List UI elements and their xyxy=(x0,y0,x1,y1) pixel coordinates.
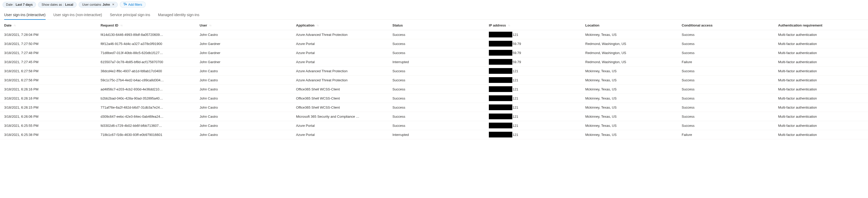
table-row[interactable]: 3/18/2021, 6:25:55 PMfd3302d6-c729-4b02-… xyxy=(0,121,868,130)
ip-redacted-block xyxy=(489,50,512,55)
ip-tail: 59.79 xyxy=(512,42,521,46)
table-row[interactable]: 3/18/2021, 7:27:48 PM71d8bed7-013f-40bb-… xyxy=(0,48,868,57)
filter-user-pill[interactable]: User contains John ✕ xyxy=(79,2,118,7)
tab-user-noninteractive[interactable]: User sign-ins (non-interactive) xyxy=(54,11,102,19)
ip-tail: 121 xyxy=(512,87,518,91)
tab-service-principal[interactable]: Service principal sign-ins xyxy=(110,11,150,19)
cell-application: Azure Advanced Threat Protection xyxy=(296,69,393,73)
close-icon[interactable]: ✕ xyxy=(112,3,114,6)
cell-conditional: Success xyxy=(682,115,778,118)
cell-requestid: 59c1c75c-27b4-4ed2-b4ac-c89ca8d304… xyxy=(101,78,199,82)
cell-date: 3/18/2021, 6:26:06 PM xyxy=(4,115,101,118)
column-header-user-label: User xyxy=(199,24,207,27)
table-row[interactable]: 3/18/2021, 6:26:16 PMad4856c7-e203-4cb2-… xyxy=(0,85,868,94)
column-header-conditional[interactable]: Conditional access xyxy=(682,24,778,27)
cell-requestid: 71d8bed7-013f-40bb-88c5-620db1f127… xyxy=(101,51,199,55)
cell-auth: Multi-factor authentication xyxy=(778,115,868,118)
cell-user: John Castro xyxy=(199,133,296,137)
cell-conditional: Success xyxy=(682,78,778,82)
table-row[interactable]: 3/18/2021, 6:26:06 PMd309c647-eebc-42e3-… xyxy=(0,112,868,121)
cell-user: John Gardner xyxy=(199,60,296,64)
cell-user: John Castro xyxy=(199,87,296,91)
cell-user: John Castro xyxy=(199,124,296,128)
cell-requestid: fd3302d6-c729-4b02-bb6f-bfbb713607… xyxy=(101,124,199,128)
cell-location: Redmond, Washington, US xyxy=(585,51,682,55)
cell-requestid: ad4856c7-e203-4cb2-930d-4e36dd210… xyxy=(101,87,199,91)
cell-ip: 121 xyxy=(489,86,585,92)
cell-user: John Castro xyxy=(199,69,296,73)
ip-tail: 59.79 xyxy=(512,51,521,55)
cell-conditional: Success xyxy=(682,51,778,55)
cell-user: John Castro xyxy=(199,115,296,118)
ip-redacted-block xyxy=(489,77,512,83)
cell-application: Azure Portal xyxy=(296,133,393,137)
cell-application: Azure Portal xyxy=(296,124,393,128)
table-row[interactable]: 3/18/2021, 7:27:45 PM615507a7-0c78-4b85-… xyxy=(0,57,868,67)
cell-status: Interrupted xyxy=(393,133,489,137)
column-header-requestid-label: Request ID xyxy=(101,24,118,27)
cell-conditional: Failure xyxy=(682,60,778,64)
ip-redacted-block xyxy=(489,68,512,74)
table-row[interactable]: 3/18/2021, 6:25:38 PM718b1c67-f16b-4630-… xyxy=(0,130,868,139)
column-header-location-label: Location xyxy=(585,24,599,27)
column-header-requestid[interactable]: Request ID ↑↓ xyxy=(101,24,199,27)
ip-tail: 121 xyxy=(512,133,518,137)
ip-redacted-block xyxy=(489,114,512,119)
cell-requestid: 615507a7-0c78-4b85-bf8d-acf175870700 xyxy=(101,60,199,64)
ip-redacted-block xyxy=(489,41,512,46)
column-header-status[interactable]: Status xyxy=(393,24,489,27)
column-header-date[interactable]: Date ↑↓ xyxy=(4,24,101,27)
cell-user: John Castro xyxy=(199,96,296,100)
filter-showdates-pill[interactable]: Show dates as : Local xyxy=(38,2,76,7)
add-filters-button[interactable]: Add filters xyxy=(120,2,146,7)
column-header-user[interactable]: User ↑↓ xyxy=(199,24,296,27)
ip-redacted-block xyxy=(489,59,512,65)
cell-ip: 121 xyxy=(489,114,585,119)
tab-user-interactive[interactable]: User sign-ins (interactive) xyxy=(4,11,45,19)
cell-status: Success xyxy=(393,106,489,109)
cell-conditional: Success xyxy=(682,124,778,128)
ip-redacted-block xyxy=(489,86,512,92)
table-row[interactable]: 3/18/2021, 6:27:56 PM59c1c75c-27b4-4ed2-… xyxy=(0,76,868,85)
cell-auth: Multi-factor authentication xyxy=(778,33,868,37)
filter-date-pill[interactable]: Date : Last 7 days xyxy=(3,2,36,7)
ip-tail: 121 xyxy=(512,115,518,118)
cell-application: Office365 Shell WCSS-Client xyxy=(296,96,393,100)
cell-ip: 121 xyxy=(489,132,585,137)
cell-location: Redmond, Washington, US xyxy=(585,60,682,64)
column-header-auth[interactable]: Authentication requirement xyxy=(778,24,868,27)
cell-auth: Multi-factor authentication xyxy=(778,42,868,46)
filter-date-prefix: Date : xyxy=(6,3,14,6)
cell-status: Success xyxy=(393,42,489,46)
column-header-application[interactable]: Application ↑↓ xyxy=(296,24,393,27)
cell-requestid: d309c647-eebc-42e3-84ec-0ab46fea24… xyxy=(101,115,199,118)
cell-requestid: f8f12a46-9175-4d4c-a327-a378c0f91900 xyxy=(101,42,199,46)
cell-ip: 59.79 xyxy=(489,59,585,65)
cell-status: Success xyxy=(393,96,489,100)
ip-tail: 121 xyxy=(512,78,518,82)
cell-ip: 121 xyxy=(489,32,585,37)
cell-date: 3/18/2021, 7:28:04 PM xyxy=(4,33,101,37)
cell-application: Office365 Shell WCSS-Client xyxy=(296,106,393,109)
tab-managed-identity[interactable]: Managed identity sign-ins xyxy=(158,11,199,19)
cell-auth: Multi-factor authentication xyxy=(778,106,868,109)
table-row[interactable]: 3/18/2021, 7:27:50 PMf8f12a46-9175-4d4c-… xyxy=(0,39,868,48)
column-header-location[interactable]: Location xyxy=(585,24,682,27)
column-header-ip[interactable]: IP address ↑↓ xyxy=(489,24,585,27)
cell-ip: 121 xyxy=(489,105,585,110)
table-row[interactable]: 3/18/2021, 6:27:58 PM38dcd4e2-ff8c-4937-… xyxy=(0,67,868,76)
table-row[interactable]: 3/18/2021, 6:26:16 PMb2bb2bad-040c-428a-… xyxy=(0,94,868,103)
cell-application: Microsoft 365 Security and Compliance … xyxy=(296,115,393,118)
cell-status: Success xyxy=(393,33,489,37)
column-header-ip-label: IP address xyxy=(489,24,506,27)
table-row[interactable]: 3/18/2021, 6:26:15 PM771af76e-6a2f-482d-… xyxy=(0,103,868,112)
cell-application: Azure Advanced Threat Protection xyxy=(296,33,393,37)
cell-requestid: b2bb2bad-040c-428a-90ad-352895a40… xyxy=(101,96,199,100)
cell-auth: Multi-factor authentication xyxy=(778,96,868,100)
cell-date: 3/18/2021, 7:27:50 PM xyxy=(4,42,101,46)
table-row[interactable]: 3/18/2021, 7:28:04 PMf414d130-6446-4993-… xyxy=(0,30,868,39)
cell-location: Mckinney, Texas, US xyxy=(585,124,682,128)
cell-location: Mckinney, Texas, US xyxy=(585,115,682,118)
add-filter-icon xyxy=(123,3,127,7)
cell-application: Azure Portal xyxy=(296,42,393,46)
